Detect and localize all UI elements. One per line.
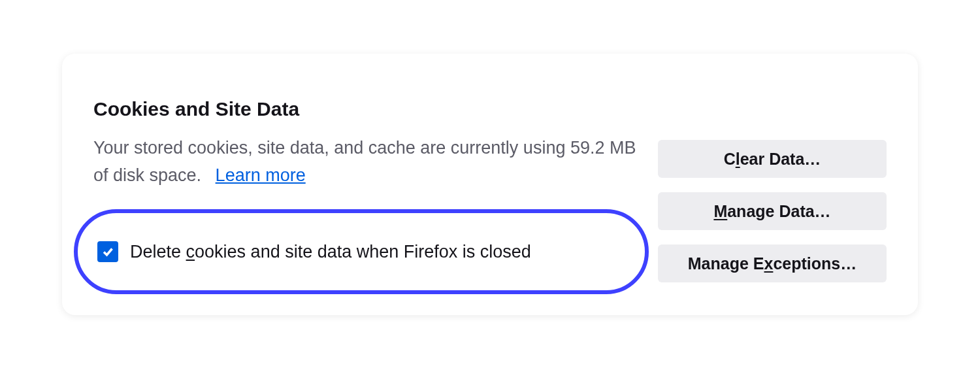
checkmark-icon [101, 245, 114, 258]
label-accessor: c [186, 242, 195, 261]
description-pre: Your stored cookies, site data, and cach… [93, 138, 570, 158]
label-pre: Delete [130, 242, 186, 261]
section-title: Cookies and Site Data [93, 98, 662, 120]
manage-exceptions-pre: Manage E [688, 254, 764, 273]
storage-used-value: 59.2 MB [570, 138, 636, 158]
section-description: Your stored cookies, site data, and cach… [93, 135, 655, 190]
clear-post: ear Data… [740, 150, 821, 169]
clear-data-button[interactable]: Clear Data… [658, 140, 887, 178]
label-post: ookies and site data when Firefox is clo… [195, 242, 531, 261]
manage-data-accessor: M [713, 202, 727, 221]
action-buttons-column: Clear Data… Manage Data… Manage Exceptio… [658, 140, 887, 282]
clear-pre: C [724, 150, 736, 169]
cookies-site-data-panel: Cookies and Site Data Your stored cookie… [62, 54, 918, 315]
learn-more-link[interactable]: Learn more [216, 165, 306, 185]
manage-data-button[interactable]: Manage Data… [658, 192, 887, 230]
description-post: of disk space. [93, 165, 201, 185]
manage-exceptions-post: ceptions… [773, 254, 857, 273]
manage-exceptions-button[interactable]: Manage Exceptions… [658, 244, 887, 282]
highlight-annotation: Delete cookies and site data when Firefo… [74, 209, 649, 294]
manage-data-post: anage Data… [727, 202, 830, 221]
delete-cookies-checkbox-row[interactable]: Delete cookies and site data when Firefo… [97, 241, 531, 262]
outer-card: Cookies and Site Data Your stored cookie… [0, 0, 980, 387]
clear-accessor: l [736, 150, 740, 169]
manage-exceptions-accessor: x [764, 254, 774, 273]
section-text-column: Cookies and Site Data Your stored cookie… [93, 98, 662, 190]
delete-cookies-label: Delete cookies and site data when Firefo… [130, 242, 531, 262]
delete-cookies-checkbox[interactable] [97, 241, 118, 262]
